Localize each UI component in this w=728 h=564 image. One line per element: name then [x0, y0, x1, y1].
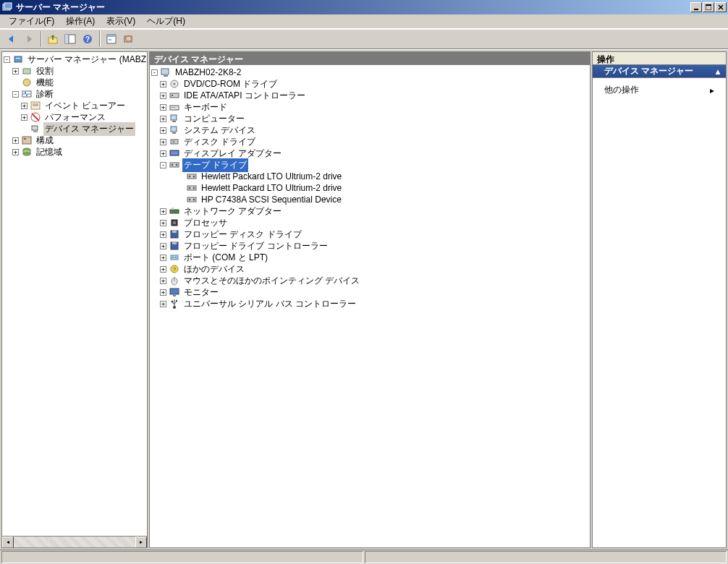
svg-point-62 [189, 199, 191, 201]
svg-rect-79 [170, 289, 179, 294]
dvd-icon [169, 78, 180, 90]
svg-point-60 [193, 187, 195, 189]
network-icon [169, 205, 180, 217]
refresh-button[interactable] [121, 31, 137, 47]
svg-rect-45 [172, 121, 176, 122]
server-icon [12, 54, 24, 65]
mouse-icon [169, 275, 180, 286]
menu-help[interactable]: ヘルプ(H) [141, 14, 191, 29]
svg-rect-43 [174, 107, 175, 108]
svg-rect-4 [706, 4, 711, 6]
svg-rect-83 [176, 300, 177, 302]
action-other[interactable]: 他の操作 ▸ [593, 81, 726, 99]
svg-rect-17 [14, 56, 22, 62]
svg-rect-15 [109, 39, 111, 40]
device-tape[interactable]: -テープ ドライブ [150, 159, 590, 171]
up-folder-button[interactable] [45, 31, 61, 47]
svg-rect-65 [172, 208, 174, 210]
help-button[interactable]: ? [80, 31, 96, 47]
titlebar: サーバー マネージャー [0, 0, 728, 14]
menu-file[interactable]: ファイル(F) [3, 14, 60, 29]
menubar: ファイル(F) 操作(A) 表示(V) ヘルプ(H) [0, 14, 728, 29]
server-manager-tree[interactable]: - サーバー マネージャー (MABZH02-2K + 役割 機能 - 診断 [2, 52, 147, 536]
scroll-left-button[interactable]: ◂ [2, 537, 14, 548]
tree-label: 記憶域 [35, 145, 64, 159]
svg-rect-41 [172, 107, 172, 108]
device-tree[interactable]: - MABZH02-2K8-2 +DVD/CD-ROM ドライブ +IDE AT… [150, 65, 590, 547]
collapse-icon: ▴ [716, 67, 720, 77]
processor-icon [169, 217, 180, 228]
tree-roles[interactable]: + 役割 [2, 65, 147, 77]
svg-point-59 [189, 187, 191, 189]
actions-section-label: デバイス マネージャー [604, 65, 693, 77]
tape-drive-icon [186, 182, 198, 194]
device-label: ユニバーサル シリアル バス コントローラー [182, 297, 357, 311]
svg-rect-42 [173, 107, 174, 108]
minimize-button[interactable] [690, 2, 702, 12]
action-label: 他の操作 [604, 84, 639, 96]
floppy-controller-icon [169, 240, 180, 252]
keyboard-icon [169, 101, 180, 113]
tree-features[interactable]: 機能 [2, 77, 147, 88]
performance-icon [30, 111, 41, 123]
event-viewer-icon [30, 100, 41, 111]
svg-rect-2 [694, 9, 698, 10]
scroll-right-button[interactable]: ▸ [135, 537, 147, 548]
svg-rect-18 [16, 58, 20, 59]
properties-button[interactable] [103, 31, 119, 47]
forward-button[interactable] [21, 31, 37, 47]
left-scrollbar[interactable]: ◂ ▸ [2, 536, 147, 547]
svg-point-81 [173, 306, 176, 309]
show-hide-console-tree-button[interactable] [62, 31, 78, 47]
tree-device-manager[interactable]: デバイス マネージャー [2, 123, 147, 134]
tree-configuration[interactable]: + 構成 [2, 134, 147, 146]
svg-rect-1 [4, 3, 12, 9]
menu-view[interactable]: 表示(V) [101, 14, 141, 29]
close-button[interactable] [715, 2, 727, 12]
status-cell [365, 551, 727, 563]
svg-point-49 [172, 140, 175, 143]
center-header: デバイス マネージャー [150, 52, 590, 65]
svg-rect-69 [172, 231, 177, 233]
actions-panel: 操作 デバイス マネージャー ▴ 他の操作 ▸ [592, 51, 727, 548]
svg-rect-51 [171, 151, 178, 155]
svg-rect-39 [172, 95, 173, 96]
roles-icon [21, 65, 33, 77]
computer-icon [160, 67, 172, 78]
actions-body: 他の操作 ▸ [593, 78, 726, 102]
menu-action[interactable]: 操作(A) [60, 14, 101, 29]
svg-rect-14 [107, 35, 116, 37]
device-label: Hewlett Packard LTO Ultrium-2 drive [200, 182, 343, 194]
tree-storage[interactable]: + 記憶域 [2, 146, 147, 158]
device-usb[interactable]: +ユニバーサル シリアル バス コントローラー [150, 298, 590, 309]
device-tape-child[interactable]: Hewlett Packard LTO Ultrium-2 drive [150, 182, 590, 194]
svg-rect-72 [171, 255, 178, 260]
maximize-button[interactable] [703, 2, 714, 12]
device-tape-child[interactable]: Hewlett Packard LTO Ultrium-2 drive [150, 171, 590, 182]
actions-header: 操作 [593, 52, 726, 65]
window-title: サーバー マネージャー [16, 1, 690, 14]
left-panel: - サーバー マネージャー (MABZH02-2K + 役割 機能 - 診断 [1, 51, 148, 548]
svg-point-73 [172, 257, 174, 258]
actions-section-header[interactable]: デバイス マネージャー ▴ [593, 65, 726, 78]
back-button[interactable] [4, 31, 20, 47]
display-icon [169, 148, 180, 159]
other-device-icon: ? [169, 263, 180, 275]
statusbar [0, 550, 728, 564]
svg-rect-64 [170, 210, 179, 213]
port-icon [169, 252, 180, 263]
ide-icon [169, 90, 180, 101]
app-icon [1, 1, 13, 13]
features-icon [21, 77, 33, 88]
storage-icon [21, 146, 33, 158]
tape-icon [169, 159, 180, 171]
tree-label: デバイス マネージャー [43, 122, 135, 136]
tree-root[interactable]: - サーバー マネージャー (MABZH02-2K [2, 54, 147, 65]
device-label: テープ ドライブ [182, 158, 248, 172]
svg-rect-67 [173, 221, 176, 224]
disk-icon [169, 136, 180, 148]
svg-rect-9 [65, 35, 69, 43]
svg-text:?: ? [173, 266, 177, 273]
usb-icon [169, 298, 180, 309]
svg-rect-44 [171, 115, 177, 120]
